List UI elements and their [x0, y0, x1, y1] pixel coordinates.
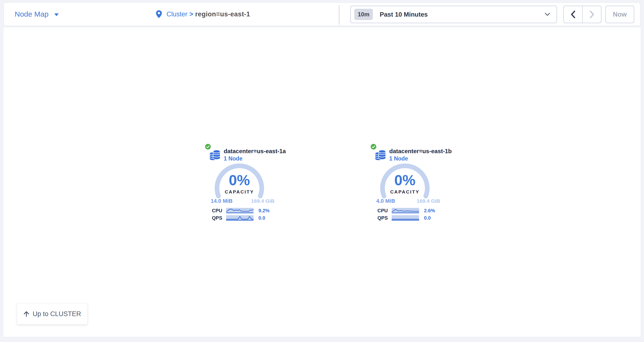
datacenter-name: datacenter=us-east-1a: [224, 148, 286, 155]
capacity-percent: 0%: [394, 172, 416, 188]
up-to-cluster-button[interactable]: Up to CLUSTER: [17, 303, 88, 325]
capacity-total: 169.4 GiB: [416, 198, 440, 204]
datacenter-name: datacenter=us-east-1b: [389, 148, 452, 155]
arrow-up-icon: [23, 311, 30, 317]
node-count: 1 Node: [389, 155, 408, 162]
datacenter-card[interactable]: datacenter=us-east-1b 1 Node 0% CAPACITY…: [371, 144, 444, 225]
capacity-label: CAPACITY: [390, 190, 420, 194]
node-count: 1 Node: [224, 155, 242, 162]
time-prev-button[interactable]: [564, 6, 582, 23]
capacity-gauge: 0% CAPACITY: [212, 161, 266, 215]
capacity-total: 169.4 GiB: [251, 198, 274, 204]
metric-row: CPU 9.2%: [205, 208, 270, 213]
location-pin-icon: [156, 10, 162, 18]
chevron-down-icon: [545, 13, 550, 16]
capacity-label: CAPACITY: [225, 190, 254, 194]
cpu-sparkline: [226, 208, 254, 213]
qps-sparkline: [392, 215, 419, 221]
metric-label: QPS: [371, 215, 388, 221]
metric-row: CPU 2.6%: [371, 208, 435, 213]
node-map-canvas: datacenter=us-east-1a 1 Node 0% CAPACITY…: [4, 27, 640, 337]
metric-value: 0.0: [424, 215, 431, 221]
view-mode-dropdown[interactable]: Node Map: [15, 3, 59, 26]
time-nav-group: [563, 5, 602, 23]
qps-sparkline: [226, 215, 254, 221]
now-button-label: Now: [613, 11, 627, 18]
up-to-cluster-label: Up to CLUSTER: [32, 310, 81, 318]
breadcrumb-current: region=us-east-1: [195, 10, 250, 18]
top-toolbar: Node Map Cluster > region=us-east-1 10m …: [4, 2, 640, 26]
metric-label: QPS: [205, 215, 222, 221]
metric-label: CPU: [205, 208, 222, 214]
time-range-label: Past 10 Minutes: [380, 11, 428, 18]
metric-value: 9.2%: [258, 208, 270, 214]
metric-value: 2.6%: [424, 208, 435, 214]
view-mode-label: Node Map: [15, 10, 48, 18]
database-icon: [209, 149, 220, 160]
cpu-sparkline: [392, 208, 419, 213]
caret-down-icon: [54, 13, 59, 16]
metric-value: 0.0: [258, 215, 265, 221]
time-range-badge: 10m: [354, 9, 373, 20]
metric-label: CPU: [371, 208, 388, 214]
database-icon: [374, 149, 386, 160]
metric-row: QPS 0.0: [205, 215, 265, 221]
metric-row: QPS 0.0: [371, 215, 431, 221]
header-divider: [339, 5, 339, 25]
capacity-values: 14.0 MiB 169.4 GiB: [211, 198, 274, 204]
capacity-used: 14.0 MiB: [211, 198, 232, 204]
breadcrumb: Cluster > region=us-east-1: [156, 3, 250, 26]
time-next-button[interactable]: [582, 6, 601, 23]
capacity-percent: 0%: [229, 172, 250, 188]
breadcrumb-cluster-link[interactable]: Cluster: [166, 10, 188, 18]
now-button[interactable]: Now: [605, 5, 634, 23]
capacity-gauge: 0% CAPACITY: [378, 161, 432, 215]
time-range-dropdown[interactable]: 10m Past 10 Minutes: [350, 5, 557, 23]
datacenter-card[interactable]: datacenter=us-east-1a 1 Node 0% CAPACITY…: [205, 144, 279, 225]
capacity-used: 4.0 MiB: [376, 198, 395, 204]
chevron-left-icon: [571, 10, 576, 18]
breadcrumb-separator: >: [190, 10, 194, 18]
chevron-right-icon: [590, 10, 594, 18]
capacity-values: 4.0 MiB 169.4 GiB: [376, 198, 440, 204]
